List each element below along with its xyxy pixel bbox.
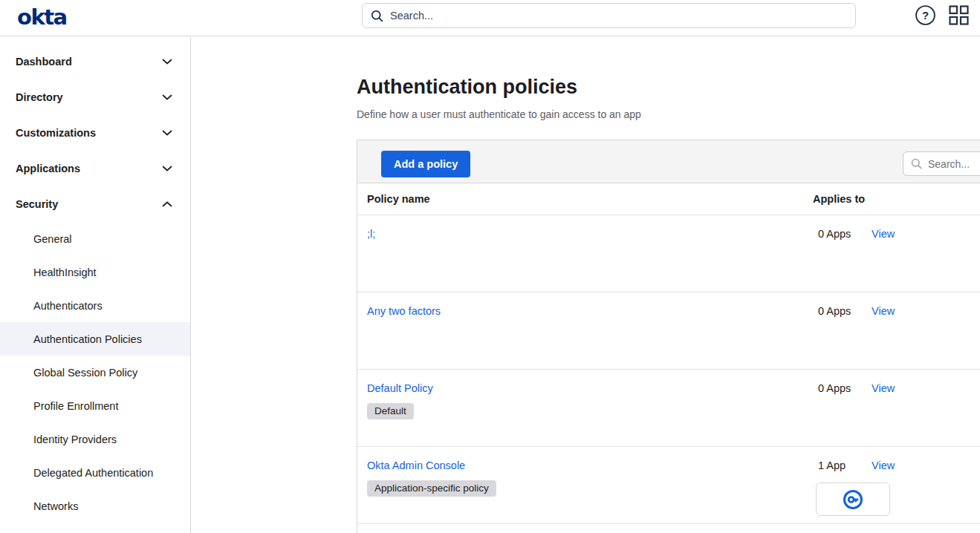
sidebar-item-identity-providers[interactable]: Identity Providers [0, 422, 190, 456]
svg-text:?: ? [922, 9, 929, 22]
search-icon [911, 158, 922, 169]
apps-count: 0 Apps [818, 228, 851, 240]
sidebar-item-label: Profile Enrollment [33, 400, 118, 412]
sidebar-item-authenticators[interactable]: Authenticators [0, 289, 190, 322]
table-row: ;l; 0 Apps View [357, 215, 980, 292]
sidebar-item-authentication-policies[interactable]: Authentication Policies [0, 322, 190, 356]
table-header: Policy name Applies to [357, 183, 980, 215]
okta-admin-console-app-icon [843, 489, 863, 510]
sidebar-item-networks[interactable]: Networks [0, 489, 190, 523]
sidebar-item-label: General [33, 233, 72, 245]
table-row: Any two factors 0 Apps View [357, 292, 980, 370]
policy-name-link[interactable]: Default Policy [367, 382, 433, 394]
policies-toolbar: Add a policy [357, 140, 980, 183]
okta-admin-console: okta ? [0, 0, 980, 533]
sidebar-item-label: Applications [16, 163, 80, 174]
policies-search[interactable] [903, 151, 980, 176]
policy-name-link[interactable]: ;l; [367, 228, 375, 240]
view-link[interactable]: View [872, 382, 895, 394]
apps-grid-icon [949, 5, 969, 25]
apps-count: 0 Apps [818, 305, 851, 317]
search-icon [371, 10, 383, 22]
policy-badge: Application-specific policy [367, 480, 496, 497]
help-button[interactable]: ? [915, 4, 936, 26]
apps-count: 1 App [818, 460, 846, 471]
sidebar-item-label: Authentication Policies [33, 333, 142, 345]
next-row-partial [357, 524, 980, 533]
sidebar-item-customizations[interactable]: Customizations [0, 115, 190, 151]
apps-count: 0 Apps [818, 382, 851, 394]
chevron-down-icon [162, 166, 172, 171]
okta-logo[interactable]: okta [17, 4, 67, 30]
sidebar-item-dashboard[interactable]: Dashboard [0, 44, 190, 79]
sidebar-item-general[interactable]: General [0, 222, 190, 255]
sidebar-item-label: HealthInsight [33, 266, 97, 278]
global-search[interactable] [362, 3, 856, 28]
sidebar-item-security[interactable]: Security [0, 186, 190, 222]
sidebar-item-global-session-policy[interactable]: Global Session Policy [0, 356, 190, 389]
policies-panel: Add a policy Policy name Applies to ;l; … [357, 140, 980, 533]
chevron-down-icon [162, 59, 172, 65]
add-policy-button[interactable]: Add a policy [381, 151, 470, 177]
sidebar-item-label: Security [16, 198, 58, 210]
sidebar-item-label: Directory [16, 91, 63, 103]
sidebar-item-directory[interactable]: Directory [0, 79, 190, 115]
chevron-up-icon [162, 201, 172, 207]
table-row: Okta Admin Console Application-specific … [357, 447, 980, 524]
app-icon-card [816, 483, 890, 516]
table-row: Default Policy Default 0 Apps View [357, 370, 980, 447]
sidebar-item-label: Authenticators [33, 300, 103, 312]
help-icon: ? [915, 4, 936, 26]
chevron-down-icon [162, 130, 172, 136]
column-header-applies-to: Applies to [813, 193, 865, 205]
policy-name-link[interactable]: Okta Admin Console [367, 460, 465, 471]
policy-badge: Default [367, 403, 414, 419]
sidebar-item-profile-enrollment[interactable]: Profile Enrollment [0, 389, 190, 422]
sidebar: Dashboard Directory Customizations Appli… [0, 37, 191, 533]
sidebar-item-label: Dashboard [16, 56, 72, 68]
policy-name-link[interactable]: Any two factors [367, 305, 441, 317]
sidebar-item-applications[interactable]: Applications [0, 151, 190, 186]
sidebar-item-label: Customizations [16, 127, 96, 139]
sidebar-item-label: Identity Providers [33, 434, 117, 445]
sidebar-item-delegated-authentication[interactable]: Delegated Authentication [0, 456, 190, 489]
page-title: Authentication policies [357, 74, 577, 99]
sidebar-item-label: Global Session Policy [33, 367, 137, 379]
page-subtitle: Define how a user must authenticate to g… [357, 108, 641, 120]
column-header-policy-name: Policy name [367, 193, 430, 205]
sidebar-item-label: Networks [33, 500, 78, 512]
sidebar-item-healthinsight[interactable]: HealthInsight [0, 255, 190, 289]
view-link[interactable]: View [872, 460, 895, 471]
apps-grid-button[interactable] [949, 5, 969, 25]
chevron-down-icon [162, 94, 172, 100]
policies-search-input[interactable] [928, 158, 980, 170]
sidebar-item-label: Delegated Authentication [33, 467, 153, 479]
global-search-input[interactable] [390, 10, 847, 22]
view-link[interactable]: View [872, 228, 895, 240]
view-link[interactable]: View [872, 305, 895, 317]
topbar: okta ? [0, 0, 980, 36]
